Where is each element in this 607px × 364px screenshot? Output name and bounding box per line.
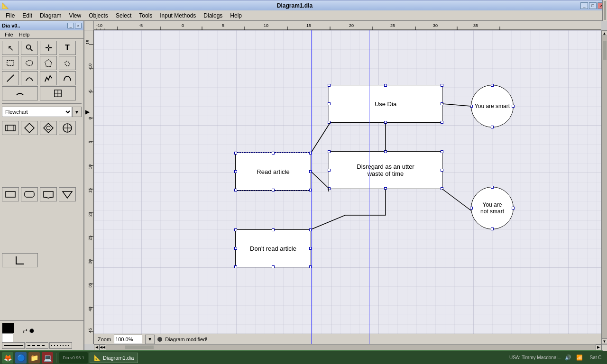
- line-tool[interactable]: [2, 71, 19, 85]
- rect-select-tool[interactable]: [2, 56, 19, 70]
- diagram-viewport[interactable]: Use Dia Read article: [94, 30, 601, 344]
- menu-file[interactable]: File: [2, 11, 18, 20]
- box-zoom-tool[interactable]: [40, 86, 76, 100]
- handle-br[interactable]: [441, 187, 443, 190]
- menu-help[interactable]: Help: [226, 11, 246, 20]
- scrollbar-vertical[interactable]: ▲ ▼: [601, 30, 607, 344]
- handle-tl[interactable]: [328, 150, 331, 153]
- taskbar-app4[interactable]: 💻: [42, 352, 53, 364]
- handle-tl[interactable]: [328, 84, 331, 87]
- line-style-solid[interactable]: [2, 342, 25, 349]
- shape-category-select[interactable]: Flowchart Basic UML: [2, 107, 72, 117]
- zoom-tool[interactable]: [21, 41, 38, 55]
- free-select-tool[interactable]: [59, 56, 76, 70]
- handle-bottom[interactable]: [384, 121, 387, 124]
- polyline-tool[interactable]: [2, 86, 38, 100]
- shape-you-are-smart[interactable]: You are smart: [471, 85, 514, 127]
- menu-diagram[interactable]: Diagram: [36, 11, 65, 20]
- swap-colors-button[interactable]: ⇄: [23, 328, 28, 334]
- handle-left[interactable]: [328, 102, 331, 105]
- handle-bl[interactable]: [328, 187, 331, 190]
- hscroll-track[interactable]: [106, 345, 596, 350]
- shape-disregard[interactable]: Disregard as an utter waste of time: [329, 151, 442, 189]
- handle-left[interactable]: [328, 169, 331, 172]
- taskbar-firefox[interactable]: 🦊: [2, 352, 13, 364]
- handle-br[interactable]: [441, 121, 443, 124]
- handle-tl[interactable]: [234, 228, 237, 231]
- scroll-up-button[interactable]: ▲: [602, 30, 607, 36]
- scroll-left-button[interactable]: ◀: [94, 345, 100, 350]
- menu-objects[interactable]: Objects: [85, 11, 112, 20]
- shape-circle-plus[interactable]: [59, 121, 76, 135]
- taskbar-dia-item[interactable]: 📐 Diagram1.dia: [90, 353, 138, 363]
- handle-tr[interactable]: [309, 152, 312, 155]
- handle-bottom[interactable]: [491, 228, 494, 230]
- handle-tl[interactable]: [234, 152, 237, 155]
- hscroll-thumb[interactable]: [125, 346, 154, 349]
- handle-bl[interactable]: [234, 189, 237, 191]
- handle-right[interactable]: [441, 169, 443, 172]
- handle-br[interactable]: [309, 265, 312, 268]
- shape-read-article[interactable]: Read article: [235, 153, 311, 191]
- vscroll-track[interactable]: [602, 36, 607, 338]
- handle-bottom[interactable]: [384, 187, 387, 190]
- ellipse-select-tool[interactable]: [21, 56, 38, 70]
- maximize-button[interactable]: □: [589, 2, 597, 9]
- handle-tr[interactable]: [441, 84, 443, 87]
- handle-top[interactable]: [272, 152, 275, 155]
- handle-right[interactable]: [512, 207, 515, 209]
- line-style-dotted[interactable]: [49, 342, 72, 349]
- arc-tool[interactable]: [21, 71, 38, 85]
- toolbox-file[interactable]: File: [2, 31, 16, 38]
- shape-rounded-rect[interactable]: [21, 187, 38, 201]
- shape-you-not-smart[interactable]: You are not smart: [471, 187, 514, 229]
- foreground-color[interactable]: [2, 323, 14, 333]
- poly-select-tool[interactable]: [40, 56, 57, 70]
- shape-diamond[interactable]: [40, 121, 57, 135]
- taskbar-app3[interactable]: 📁: [28, 352, 40, 364]
- scroll-right-button[interactable]: ▶: [596, 345, 601, 350]
- menu-tools[interactable]: Tools: [135, 11, 156, 20]
- zoom-input[interactable]: [114, 335, 142, 344]
- scrollbar-horizontal[interactable]: ◀ ◀◀ ▶: [94, 344, 601, 350]
- handle-left[interactable]: [234, 247, 237, 250]
- handle-bottom[interactable]: [272, 265, 275, 268]
- shape-dont-read[interactable]: Don't read article: [235, 229, 311, 267]
- toolbox-minimize[interactable]: _: [67, 23, 74, 28]
- handle-left[interactable]: [470, 105, 473, 108]
- shape-process[interactable]: [2, 121, 19, 135]
- taskbar-version[interactable]: Dia v0.96.1: [59, 352, 88, 364]
- background-color[interactable]: [2, 333, 13, 343]
- handle-top[interactable]: [384, 150, 387, 153]
- menu-select[interactable]: Select: [112, 11, 135, 20]
- bezier-tool[interactable]: [59, 71, 76, 85]
- handle-br[interactable]: [309, 189, 312, 191]
- handle-top[interactable]: [491, 186, 494, 189]
- shape-triangle-down[interactable]: [59, 187, 76, 201]
- menu-input-methods[interactable]: Input Methods: [156, 11, 200, 20]
- zigzag-tool[interactable]: [40, 71, 57, 85]
- handle-right[interactable]: [309, 170, 312, 173]
- text-tool[interactable]: T: [59, 41, 76, 55]
- color-reset[interactable]: [29, 328, 34, 333]
- shape-use-dia[interactable]: Use Dia: [329, 85, 442, 123]
- handle-left[interactable]: [234, 170, 237, 173]
- line-style-dashed[interactable]: [26, 342, 48, 349]
- toolbox-help[interactable]: Help: [16, 31, 33, 38]
- handle-tr[interactable]: [309, 228, 312, 231]
- scroll-right-end-button[interactable]: ◀◀: [100, 345, 105, 350]
- scroll-down-button[interactable]: ▼: [602, 338, 607, 344]
- handle-top[interactable]: [491, 84, 494, 87]
- minimize-button[interactable]: _: [580, 2, 588, 9]
- zoom-dropdown-button[interactable]: ▼: [145, 335, 155, 344]
- handle-right[interactable]: [309, 247, 312, 250]
- vscroll-thumb[interactable]: [603, 41, 607, 60]
- shape-l-shape[interactable]: [2, 253, 38, 267]
- menu-dialogs[interactable]: Dialogs: [200, 11, 226, 20]
- systray-network[interactable]: 📶: [575, 353, 584, 363]
- handle-top[interactable]: [384, 84, 387, 87]
- toolbox-close[interactable]: ×: [75, 23, 82, 28]
- handle-bottom[interactable]: [491, 126, 494, 128]
- shape-category-dropdown[interactable]: ▼: [72, 107, 82, 117]
- select-tool[interactable]: ↖: [2, 41, 19, 55]
